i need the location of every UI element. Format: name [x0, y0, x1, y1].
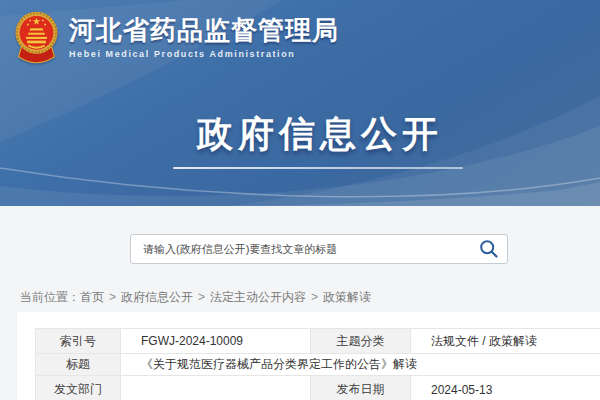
index-number-value: FGWJ-2024-10009 [121, 329, 311, 354]
search-input[interactable] [131, 235, 471, 263]
breadcrumb-label: 当前位置： [20, 290, 80, 304]
table-row-title: 标题 《关于规范医疗器械产品分类界定工作的公告》解读 [36, 354, 600, 376]
breadcrumb-item-gov-info[interactable]: 政府信息公开 [121, 290, 193, 304]
banner-title: 政府信息公开 [155, 110, 485, 159]
content-panel: 索引号 FGWJ-2024-10009 主题分类 法规文件 / 政策解读 标题 … [17, 312, 600, 400]
table-row-index: 索引号 FGWJ-2024-10009 主题分类 法规文件 / 政策解读 [36, 329, 600, 354]
national-emblem-icon [14, 10, 59, 66]
doc-title-value: 《关于规范医疗器械产品分类界定工作的公告》解读 [121, 354, 600, 376]
banner-title-underline [173, 167, 463, 169]
topic-category-label: 主题分类 [311, 329, 411, 354]
breadcrumb-separator: > [311, 290, 318, 304]
breadcrumb: 当前位置：首页>政府信息公开>法定主动公开内容>政策解读 [20, 289, 371, 306]
agency-subtitle: Hebei Medical Products Administration [69, 49, 339, 59]
agency-brand[interactable]: 河北省药品监督管理局 Hebei Medical Products Admini… [14, 10, 339, 66]
agency-title: 河北省药品监督管理局 [69, 16, 339, 45]
index-number-label: 索引号 [36, 329, 121, 354]
topic-category-value: 法规文件 / 政策解读 [411, 329, 600, 354]
issuing-dept-value [121, 376, 311, 400]
breadcrumb-separator: > [109, 290, 116, 304]
search-button[interactable] [471, 235, 507, 263]
search-box [130, 234, 508, 264]
breadcrumb-item-home[interactable]: 首页 [80, 290, 104, 304]
publish-date-label: 发布日期 [311, 376, 411, 400]
breadcrumb-item-statutory-disclosure[interactable]: 法定主动公开内容 [210, 290, 306, 304]
doc-title-label: 标题 [36, 354, 121, 376]
document-meta-table: 索引号 FGWJ-2024-10009 主题分类 法规文件 / 政策解读 标题 … [35, 328, 600, 400]
search-icon [479, 239, 499, 259]
site-banner: 河北省药品监督管理局 Hebei Medical Products Admini… [0, 0, 600, 206]
issuing-dept-label: 发文部门 [36, 376, 121, 400]
breadcrumb-separator: > [198, 290, 205, 304]
publish-date-value: 2024-05-13 [411, 376, 600, 400]
breadcrumb-item-policy-interpretation[interactable]: 政策解读 [323, 290, 371, 304]
table-row-department: 发文部门 发布日期 2024-05-13 [36, 376, 600, 400]
